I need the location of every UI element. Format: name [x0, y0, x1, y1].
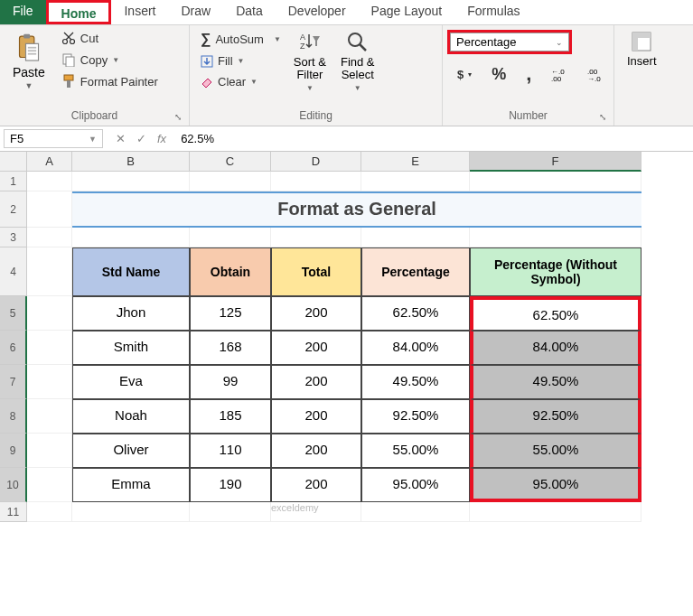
row-header-5[interactable]: 5: [0, 296, 27, 331]
row-header-1[interactable]: 1: [0, 172, 27, 191]
cut-button[interactable]: Cut: [58, 29, 162, 47]
cell-total[interactable]: 200: [271, 331, 361, 365]
col-header-f[interactable]: F: [470, 152, 641, 172]
col-header-b[interactable]: B: [72, 152, 190, 172]
cell-pct[interactable]: 92.50%: [361, 399, 470, 434]
number-dialog-launcher[interactable]: ⤡: [599, 112, 606, 122]
cell-total[interactable]: 200: [271, 468, 361, 502]
tab-insert[interactable]: Insert: [111, 0, 168, 24]
col-header-c[interactable]: C: [190, 152, 271, 172]
format-painter-button[interactable]: Format Painter: [58, 72, 162, 90]
row-header-4[interactable]: 4: [0, 247, 27, 296]
tab-file[interactable]: File: [0, 0, 46, 24]
cell-pct[interactable]: 49.50%: [361, 365, 470, 399]
tab-pagelayout[interactable]: Page Layout: [359, 0, 455, 24]
cell-pct[interactable]: 95.00%: [361, 468, 470, 502]
tab-data[interactable]: Data: [223, 0, 276, 24]
sort-filter-button[interactable]: AZ Sort & Filter ▼: [288, 29, 332, 94]
tab-developer[interactable]: Developer: [276, 0, 359, 24]
svg-rect-2: [25, 43, 38, 61]
cell-name[interactable]: Noah: [72, 399, 190, 434]
cell-name[interactable]: Jhon: [72, 296, 190, 331]
cell-total[interactable]: 200: [271, 365, 361, 399]
row-header-3[interactable]: 3: [0, 228, 27, 247]
editing-group-label: Editing: [197, 109, 435, 124]
cell-name[interactable]: Eva: [72, 365, 190, 399]
svg-rect-11: [66, 57, 74, 67]
cell-pct-no[interactable]: 55.00%: [470, 434, 641, 468]
copy-button[interactable]: Copy ▼: [58, 51, 162, 69]
spreadsheet-grid[interactable]: A B C D E F 1 2 Format as General 3 4 St…: [0, 152, 693, 522]
cell-pct-no[interactable]: 92.50%: [470, 399, 641, 434]
cell-obtain[interactable]: 110: [190, 434, 271, 468]
col-header-a[interactable]: A: [27, 152, 72, 172]
svg-text:Z: Z: [300, 42, 305, 51]
row-header-11[interactable]: 11: [0, 502, 27, 522]
comma-button[interactable]: ,: [522, 61, 535, 88]
svg-text:A: A: [300, 33, 305, 42]
tab-formulas[interactable]: Formulas: [454, 0, 532, 24]
currency-button[interactable]: $▾: [454, 66, 475, 83]
cell-pct[interactable]: 55.00%: [361, 434, 470, 468]
number-format-dropdown[interactable]: Percentage ⌄: [450, 33, 569, 51]
chevron-down-icon: ▼: [250, 78, 258, 86]
cell-total[interactable]: 200: [271, 399, 361, 434]
increase-decimal-button[interactable]: ←.0.00: [548, 65, 571, 83]
tab-draw[interactable]: Draw: [168, 0, 223, 24]
formula-input[interactable]: [175, 132, 693, 145]
magnifier-icon: [346, 31, 370, 54]
th-total: Total: [271, 247, 361, 296]
row-header-10[interactable]: 10: [0, 468, 27, 502]
th-pct: Percentage: [361, 247, 470, 296]
insert-cells-button[interactable]: Insert: [622, 29, 662, 70]
cell-pct[interactable]: 84.00%: [361, 331, 470, 365]
watermark: exceldemy: [271, 502, 319, 513]
cell-obtain[interactable]: 99: [190, 365, 271, 399]
cell-name[interactable]: Oliver: [72, 434, 190, 468]
th-name: Std Name: [72, 247, 190, 296]
cell-obtain[interactable]: 185: [190, 399, 271, 434]
percent-button[interactable]: %: [488, 63, 510, 86]
sigma-icon: ∑: [201, 31, 211, 47]
autosum-button[interactable]: ∑ AutoSum ▼: [197, 29, 285, 49]
row-header-6[interactable]: 6: [0, 331, 27, 365]
cell-obtain[interactable]: 190: [190, 468, 271, 502]
enter-formula-button[interactable]: ✓: [136, 132, 146, 145]
cell-name[interactable]: Emma: [72, 468, 190, 502]
find-select-button[interactable]: Find & Select ▼: [335, 29, 380, 94]
row-header-9[interactable]: 9: [0, 434, 27, 468]
cell-obtain[interactable]: 168: [190, 331, 271, 365]
row-header-8[interactable]: 8: [0, 399, 27, 434]
table-row: 7 Eva 99 200 49.50% 49.50%: [0, 365, 693, 399]
decrease-decimal-button[interactable]: .00→.0: [584, 65, 607, 83]
clipboard-dialog-launcher[interactable]: ⤡: [174, 112, 182, 122]
row-header-2[interactable]: 2: [0, 191, 27, 228]
cell-pct-no[interactable]: 49.50%: [470, 365, 641, 399]
cell-pct-no[interactable]: 84.00%: [470, 331, 641, 365]
col-header-d[interactable]: D: [271, 152, 361, 172]
name-box[interactable]: F5 ▼: [4, 129, 103, 148]
col-header-e[interactable]: E: [361, 152, 470, 172]
paste-button[interactable]: Paste ▼: [7, 29, 51, 94]
table-title: Format as General: [72, 191, 641, 228]
clear-button[interactable]: Clear ▼: [197, 73, 285, 90]
cell-pct[interactable]: 62.50%: [361, 296, 470, 331]
cell-pct-no[interactable]: 95.00%: [470, 468, 641, 502]
th-pct-no: Percentage (Without Symbol): [470, 247, 641, 296]
cell-total[interactable]: 200: [271, 296, 361, 331]
tab-home[interactable]: Home: [46, 0, 112, 24]
table-row: 10 Emma 190 200 95.00% 95.00%: [0, 468, 693, 502]
cell-obtain[interactable]: 125: [190, 296, 271, 331]
cancel-formula-button[interactable]: ✕: [116, 132, 126, 145]
cell-total[interactable]: 200: [271, 434, 361, 468]
th-obtain: Obtain: [190, 247, 271, 296]
cell-pct-no[interactable]: 62.50%: [470, 296, 641, 331]
row-header-7[interactable]: 7: [0, 365, 27, 399]
cell-name[interactable]: Smith: [72, 331, 190, 365]
fx-button[interactable]: fx: [157, 132, 166, 145]
svg-rect-25: [632, 33, 638, 51]
chevron-down-icon: ▼: [306, 84, 314, 92]
select-all-corner[interactable]: [0, 152, 27, 172]
fill-button[interactable]: Fill ▼: [197, 52, 285, 70]
increase-decimal-icon: ←.0.00: [551, 67, 567, 81]
